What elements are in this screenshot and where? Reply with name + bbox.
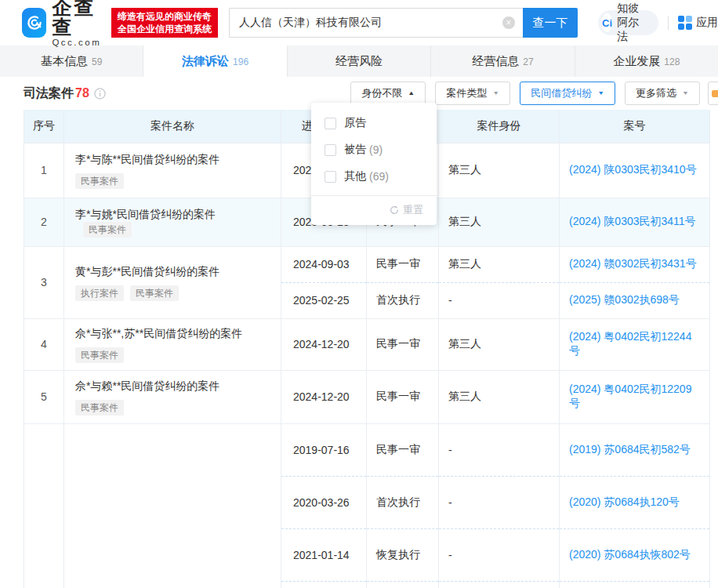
tab-4[interactable]: 经营信息27 <box>431 45 575 77</box>
search-button[interactable]: 查一下 <box>523 8 578 38</box>
empty-cell <box>367 581 439 588</box>
filter-button-3[interactable]: 民间借贷纠纷▼ <box>520 82 615 105</box>
case-name-cell: 李*与陈**民间借贷纠纷的案件民事案件 <box>64 143 281 198</box>
progress-date-cell: 2024-09-03 <box>281 246 367 282</box>
procedure-cell: 民事一审 <box>367 246 439 282</box>
refresh-icon <box>389 205 400 216</box>
case-number-link[interactable]: (2024) 陕0303民初3411号 <box>569 215 696 227</box>
progress-date-cell: 2024-12-20 <box>281 370 367 423</box>
reset-button[interactable]: 重置 <box>311 195 437 225</box>
case-index-cell: 3 <box>24 246 64 318</box>
reset-label: 重置 <box>403 203 423 217</box>
tab-count: 128 <box>664 56 680 67</box>
case-title[interactable]: 李*与陈**民间借贷纠纷的案件 <box>75 151 271 167</box>
case-role-cell: - <box>439 423 560 476</box>
case-number-cell: (2024) 陕0303民初3410号 <box>560 143 710 198</box>
case-title[interactable]: 黄*与彭**民间借贷纠纷的案件 <box>75 263 271 279</box>
qcc-logo[interactable]: 企查查 Qcc.com <box>22 0 107 48</box>
case-index-cell: 2 <box>24 198 64 246</box>
zhibi-alpha-icon: Ci <box>602 13 612 32</box>
option-label: 被告 <box>344 143 366 157</box>
section-title: 司法案件 78 <box>24 85 106 102</box>
case-title[interactable]: 佘*与赖**民间借贷纠纷的案件 <box>75 378 271 394</box>
column-header-2: 案件名称 <box>64 110 281 143</box>
case-number-link[interactable]: (2020) 苏0684执恢802号 <box>569 548 691 561</box>
case-number-link[interactable]: (2025) 赣0302执698号 <box>569 293 680 306</box>
case-tags: 民事案件 <box>75 400 271 416</box>
tab-label: 基本信息 <box>41 54 88 69</box>
case-tag: 民事案件 <box>83 222 132 238</box>
case-role-cell: 第三人 <box>439 198 560 246</box>
search-value: 人人信（天津）科技有限公司 <box>239 16 502 30</box>
tab-label: 法律诉讼 <box>182 54 229 69</box>
slogan-badge: 缔造有远见的商业传奇 全国企业信用查询系统 <box>111 8 218 38</box>
empty-cell <box>281 581 367 588</box>
export-button-partial[interactable] <box>708 82 718 105</box>
case-number-cell: (2025) 赣0302执698号 <box>560 282 710 318</box>
chevron-down-icon: ▼ <box>492 90 499 96</box>
search-bar: 人人信（天津）科技有限公司 × 查一下 <box>229 8 578 38</box>
case-number-cell: (2024) 粤0402民初12209号 <box>560 370 710 423</box>
option-count: (9) <box>369 143 383 156</box>
case-number-link[interactable]: (2024) 粤0402民初12209号 <box>569 383 691 409</box>
zhibi-alpha-label: 知彼阿尔法 <box>617 2 647 44</box>
case-role-cell: 第三人 <box>439 246 560 282</box>
tab-count: 27 <box>523 56 533 67</box>
chevron-down-icon: ▼ <box>682 90 689 96</box>
filter-button-1[interactable]: 身份不限▲ <box>350 82 426 105</box>
tab-3[interactable]: 经营风险 <box>288 45 431 77</box>
filter-label: 身份不限 <box>361 86 402 100</box>
divider <box>668 16 669 30</box>
dropdown-option-1[interactable]: 原告 <box>311 110 437 136</box>
company-tabs: 基本信息59法律诉讼196经营风险经营信息27企业发展128 <box>0 45 718 77</box>
info-icon[interactable] <box>94 88 106 100</box>
case-number-link[interactable]: (2020) 苏0684执120号 <box>569 495 680 508</box>
case-index-cell: 4 <box>24 318 64 370</box>
case-index-cell <box>24 423 64 588</box>
case-tag: 民事案件 <box>75 347 124 363</box>
clear-search-icon[interactable]: × <box>502 16 515 29</box>
dropdown-option-3[interactable]: 其他(69) <box>311 163 437 190</box>
table-row: 4佘*与张**,苏**民间借贷纠纷的案件民事案件2024-12-20民事一审第三… <box>24 318 710 370</box>
apps-link[interactable]: 应用 <box>678 16 718 30</box>
tab-count: 196 <box>233 56 248 67</box>
brand-name: 企查查 <box>52 0 106 37</box>
checkbox-icon[interactable] <box>325 171 336 183</box>
zhibi-alpha-link[interactable]: Ci 知彼阿尔法 <box>598 10 659 35</box>
case-tag: 民事案件 <box>75 400 124 416</box>
option-count: (69) <box>369 170 389 183</box>
case-title[interactable]: 李*与姚*民间借贷纠纷的案件民事案件 <box>75 206 271 238</box>
section-count: 78 <box>75 86 89 100</box>
case-title[interactable]: 佘*与张**,苏**民间借贷纠纷的案件 <box>75 325 271 341</box>
progress-date-cell: 2025-02-25 <box>281 282 367 318</box>
case-number-cell: (2020) 苏0684执恢802号 <box>560 528 710 581</box>
column-header-1: 序号 <box>24 110 64 143</box>
case-number-link[interactable]: (2019) 苏0684民初582号 <box>569 443 691 456</box>
case-number-link[interactable]: (2024) 粤0402民初12244号 <box>569 330 691 357</box>
tab-1[interactable]: 基本信息59 <box>0 45 143 77</box>
case-number-link[interactable]: (2024) 陕0303民初3410号 <box>569 163 697 176</box>
progress-date-cell: 2020-03-26 <box>281 476 367 528</box>
dropdown-option-2[interactable]: 被告(9) <box>311 136 437 163</box>
filter-label: 民间借贷纠纷 <box>531 86 592 100</box>
procedure-cell: 首次执行 <box>367 282 439 318</box>
checkbox-icon[interactable] <box>325 118 336 129</box>
case-number-link[interactable]: (2024) 赣0302民初3431号 <box>569 257 697 270</box>
tab-5[interactable]: 企业发展128 <box>575 45 718 77</box>
search-input[interactable]: 人人信（天津）科技有限公司 × <box>229 8 523 38</box>
procedure-cell: 首次执行 <box>367 476 439 528</box>
case-number-cell: (2024) 陕0303民初3411号 <box>560 198 710 246</box>
procedure-cell: 恢复执行 <box>367 528 439 581</box>
column-header-6: 案号 <box>560 110 710 143</box>
filter-buttons: 身份不限▲案件类型▼民间借贷纠纷▼更多筛选▼ <box>350 82 700 105</box>
filter-button-4[interactable]: 更多筛选▼ <box>625 82 700 105</box>
case-name-cell <box>64 423 281 588</box>
tab-2[interactable]: 法律诉讼196 <box>143 45 287 77</box>
case-index-cell: 5 <box>24 370 64 423</box>
table-row: 3黄*与彭**民间借贷纠纷的案件执行案件民事案件2024-09-03民事一审第三… <box>24 246 710 282</box>
checkbox-icon[interactable] <box>325 144 336 156</box>
tab-count: 59 <box>92 56 102 67</box>
option-label: 其他 <box>344 169 366 183</box>
filter-button-2[interactable]: 案件类型▼ <box>435 82 510 105</box>
slogan-line-2: 全国企业信用查询系统 <box>118 23 212 35</box>
